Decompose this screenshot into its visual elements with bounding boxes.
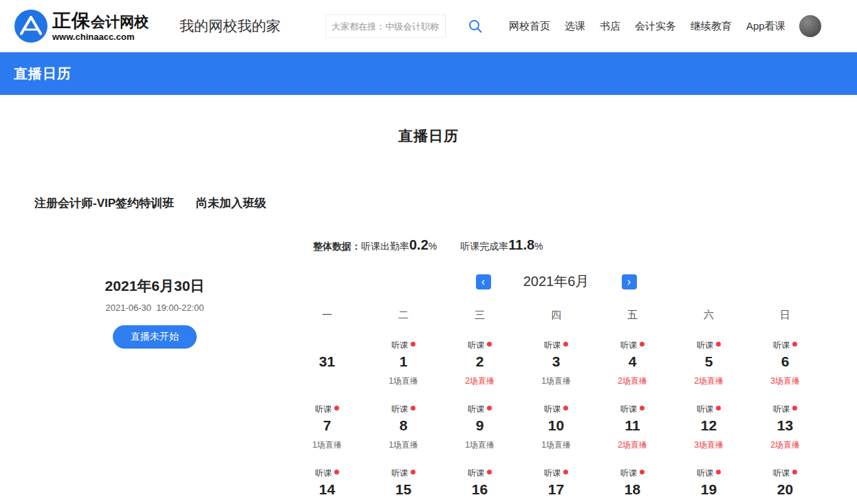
day-number: 4: [594, 353, 671, 370]
listen-row: 听课: [442, 340, 518, 351]
calendar-day-cell[interactable]: 听课 1 1场直播: [365, 333, 442, 397]
listen-status-dot: [563, 406, 568, 410]
class-name: 注册会计师-VIP签约特训班: [34, 195, 174, 211]
calendar-day-cell[interactable]: 听课 31: [289, 333, 365, 397]
banner-title: 直播日历: [14, 65, 72, 83]
listen-status-dot: [640, 342, 644, 347]
weekday-wed: 三: [442, 309, 518, 322]
listen-label: 听课: [620, 340, 637, 350]
live-count: [289, 375, 365, 385]
logo-text: 正保会计网校 www.chinaacc.com: [52, 11, 149, 42]
calendar-day-cell[interactable]: 听课 12 3场直播: [671, 397, 747, 461]
listen-row: 听课: [671, 468, 747, 479]
calendar-day-cell[interactable]: 听课 8 1场直播: [365, 397, 442, 461]
user-avatar[interactable]: [799, 15, 821, 37]
listen-label: 听课: [773, 404, 790, 414]
nav-item-courses[interactable]: 选课: [565, 20, 585, 33]
listen-status-dot: [640, 470, 644, 474]
calendar-day-cell[interactable]: 听课 16: [442, 461, 518, 504]
attendance-value: 0.2: [409, 237, 429, 253]
live-calendar: ‹ 2021年6月 › 一 二 三 四 五 六 日 听课 31: [289, 272, 823, 504]
listen-label: 听课: [391, 404, 408, 414]
live-date-title: 2021年6月30日: [21, 276, 289, 296]
calendar-day-cell[interactable]: 听课 2 2场直播: [442, 333, 518, 397]
listen-status-dot: [716, 342, 721, 347]
calendar-day-cell[interactable]: 听课 17: [518, 461, 594, 504]
nav-item-practice[interactable]: 会计实务: [635, 20, 676, 33]
weekday-row: 一 二 三 四 五 六 日: [289, 309, 823, 322]
day-number: 3: [518, 353, 594, 370]
nav-item-home[interactable]: 网校首页: [509, 20, 550, 33]
listen-label: 听课: [468, 340, 484, 350]
day-number: 19: [671, 481, 747, 498]
listen-row: 听课: [518, 404, 594, 415]
listen-label: 听课: [773, 340, 790, 350]
live-count: 1场直播: [518, 375, 594, 385]
listen-row: 听课: [594, 404, 671, 415]
day-number: 11: [594, 417, 671, 434]
attendance-label: 听课出勤率: [361, 241, 409, 253]
day-number: 9: [442, 417, 518, 434]
listen-label: 听课: [773, 468, 790, 478]
listen-row: 听课: [442, 468, 518, 479]
listen-row: 听课: [365, 468, 442, 479]
completion-unit: %: [534, 241, 543, 252]
nav-item-continuing-education[interactable]: 继续教育: [691, 20, 732, 33]
day-number: 1: [365, 353, 442, 370]
search-button[interactable]: [468, 19, 483, 34]
calendar-day-cell[interactable]: 听课 7 1场直播: [289, 397, 365, 461]
listen-status-dot: [487, 470, 492, 474]
logo[interactable]: 正保会计网校 www.chinaacc.com: [14, 9, 149, 43]
weekday-sat: 六: [671, 309, 747, 322]
day-number: 31: [289, 353, 365, 370]
calendar-day-cell[interactable]: 听课 9 1场直播: [442, 397, 518, 461]
weekday-thu: 四: [518, 309, 594, 322]
listen-status-dot: [563, 342, 568, 347]
live-status-button[interactable]: 直播未开始: [113, 325, 197, 349]
day-number: 17: [518, 481, 594, 498]
search-input[interactable]: [325, 14, 446, 38]
listen-row: 听课: [518, 340, 594, 351]
page-title: 直播日历: [0, 127, 857, 146]
live-count: 2场直播: [442, 375, 518, 385]
day-number: 10: [518, 417, 594, 434]
search-icon: [468, 19, 483, 34]
day-number: 15: [365, 481, 442, 498]
calendar-day-cell[interactable]: 听课 14: [289, 461, 365, 504]
calendar-day-cell[interactable]: 听课 3 1场直播: [518, 333, 594, 397]
live-count: 1场直播: [365, 375, 442, 385]
stats-row: 整体数据： 听课出勤率 0.2 % 听课完成率 11.8 %: [313, 237, 857, 253]
listen-label: 听课: [468, 404, 484, 414]
calendar-day-cell[interactable]: 听课 20: [747, 461, 823, 504]
prev-month-button[interactable]: ‹: [476, 274, 491, 289]
next-month-button[interactable]: ›: [622, 274, 637, 289]
listen-label: 听课: [544, 404, 561, 414]
day-number: 13: [747, 417, 823, 434]
calendar-day-cell[interactable]: 听课 10 1场直播: [518, 397, 594, 461]
calendar-day-cell[interactable]: 听课 13 2场直播: [747, 397, 823, 461]
listen-label: 听课: [315, 404, 332, 414]
live-count: 2场直播: [671, 375, 747, 385]
calendar-day-cell[interactable]: 听课 19: [671, 461, 747, 504]
calendar-day-cell[interactable]: 听课 4 2场直播: [594, 333, 671, 397]
day-number: 6: [747, 353, 823, 370]
day-number: 2: [442, 353, 518, 370]
day-number: 5: [671, 353, 747, 370]
listen-row: 听课: [594, 340, 671, 351]
live-count: 3场直播: [747, 375, 823, 385]
nav-item-app[interactable]: App看课: [746, 20, 785, 33]
main-content: 直播日历 注册会计师-VIP签约特训班 尚未加入班级 整体数据： 听课出勤率 0…: [0, 127, 857, 504]
calendar-day-cell[interactable]: 听课 15: [365, 461, 442, 504]
calendar-day-cell[interactable]: 听课 5 2场直播: [671, 333, 747, 397]
calendar-day-cell[interactable]: 听课 6 3场直播: [747, 333, 823, 397]
calendar-day-cell[interactable]: 听课 18: [594, 461, 671, 504]
nav-item-bookstore[interactable]: 书店: [600, 20, 620, 33]
live-count: 3场直播: [671, 439, 747, 449]
live-count: 1场直播: [365, 439, 442, 449]
listen-row: 听课: [442, 404, 518, 415]
chevron-right-icon: ›: [627, 276, 631, 287]
listen-status-dot: [487, 406, 492, 410]
live-count: 1场直播: [442, 439, 518, 449]
calendar-day-cell[interactable]: 听课 11 2场直播: [594, 397, 671, 461]
top-header: 正保会计网校 www.chinaacc.com 我的网校我的家 网校首页 选课 …: [0, 0, 857, 52]
